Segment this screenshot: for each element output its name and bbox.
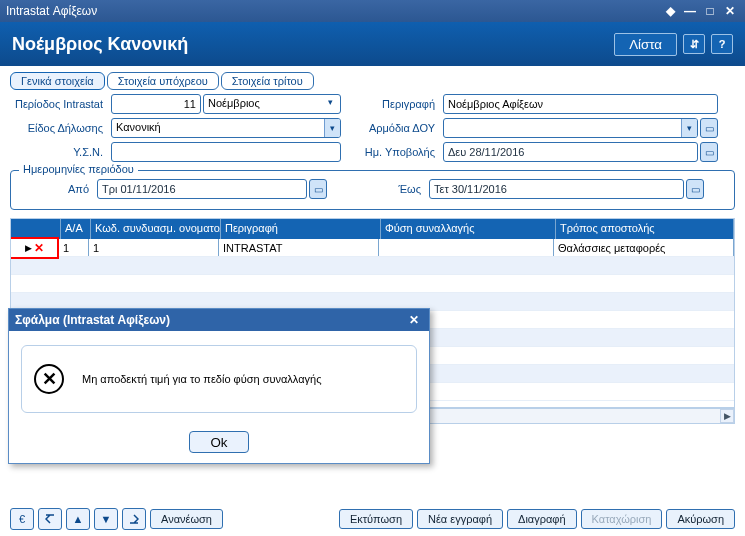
titlebar: Intrastat Αφίξεων ◆ — □ ✕	[0, 0, 745, 22]
period-name-value: Νοέμβριος	[208, 97, 260, 111]
col-header-aa[interactable]: Α/Α	[61, 219, 91, 239]
grid-header: Α/Α Κωδ. συνδυασμ. ονοματολ. Περιγραφή Φ…	[11, 219, 734, 239]
error-dialog: Σφάλμα (Intrastat Αφίξεων) ✕ ✕ Μη αποδεκ…	[8, 308, 430, 464]
footer-toolbar: € ▲ ▼ Ανανέωση Εκτύπωση Νέα εγγραφή Διαγ…	[10, 508, 735, 530]
cell-aa[interactable]: 1	[59, 239, 89, 256]
row-current-icon: ▶	[25, 243, 32, 253]
calendar-icon[interactable]: ▭	[700, 142, 718, 162]
currency-button[interactable]: €	[10, 508, 34, 530]
period-dates-group: Ημερομηνίες περιόδου Από ▭ Έως ▭	[10, 170, 735, 210]
to-date-label: Έως	[333, 183, 423, 195]
cell-desc[interactable]: INTRASTAT	[219, 239, 379, 256]
period-label: Περίοδος Intrastat	[10, 98, 105, 110]
tax-office-combo[interactable]: ▾	[443, 118, 698, 138]
dialog-titlebar: Σφάλμα (Intrastat Αφίξεων) ✕	[9, 309, 429, 331]
declaration-type-combo[interactable]: Κανονική ▾	[111, 118, 341, 138]
chevron-down-icon[interactable]: ▾	[324, 119, 340, 137]
scroll-right-icon[interactable]: ▶	[720, 409, 734, 423]
next-record-button[interactable]: ▼	[94, 508, 118, 530]
calendar-icon[interactable]: ▭	[309, 179, 327, 199]
new-record-button[interactable]: Νέα εγγραφή	[417, 509, 503, 529]
col-header-desc[interactable]: Περιγραφή	[221, 219, 381, 239]
maximize-button[interactable]: □	[701, 3, 719, 19]
error-icon: ✕	[34, 364, 64, 394]
intrastat-window: Intrastat Αφίξεων ◆ — □ ✕ Νοέμβριος Κανο…	[0, 0, 745, 536]
cancel-button[interactable]: Ακύρωση	[666, 509, 735, 529]
description-label: Περιγραφή	[347, 98, 437, 110]
ok-button[interactable]: Ok	[189, 431, 249, 453]
cell-nature[interactable]	[379, 239, 554, 256]
from-date-label: Από	[21, 183, 91, 195]
ysn-label: Υ.Σ.Ν.	[10, 146, 105, 158]
col-header-nature[interactable]: Φύση συναλλαγής	[381, 219, 556, 239]
dialog-message: Μη αποδεκτή τιμή για το πεδίο φύση συναλ…	[82, 373, 321, 385]
table-row[interactable]: ▶ ✕ 1 1 INTRASTAT Θαλάσσιες μεταφορές	[11, 239, 734, 257]
window-title: Intrastat Αφίξεων	[6, 4, 97, 18]
dialog-content: ✕ Μη αποδεκτή τιμή για το πεδίο φύση συν…	[21, 345, 417, 413]
tabs: Γενικά στοιχεία Στοιχεία υπόχρεου Στοιχε…	[10, 72, 735, 90]
ysn-input[interactable]	[111, 142, 341, 162]
row-error-indicator: ▶ ✕	[10, 237, 59, 259]
delete-button[interactable]: Διαγραφή	[507, 509, 577, 529]
subheader: Νοέμβριος Κανονική Λίστα ⇵ ?	[0, 22, 745, 66]
prev-record-button[interactable]: ▲	[66, 508, 90, 530]
tab-obligor[interactable]: Στοιχεία υπόχρεου	[107, 72, 219, 90]
from-date-input[interactable]	[97, 179, 307, 199]
help-button[interactable]: ?	[711, 34, 733, 54]
toggle-icon[interactable]: ⇵	[683, 34, 705, 54]
cell-code[interactable]: 1	[89, 239, 219, 256]
col-header-code[interactable]: Κωδ. συνδυασμ. ονοματολ.	[91, 219, 221, 239]
page-title: Νοέμβριος Κανονική	[12, 34, 188, 55]
period-dates-title: Ημερομηνίες περιόδου	[19, 163, 138, 175]
print-button[interactable]: Εκτύπωση	[339, 509, 413, 529]
col-header-shipping[interactable]: Τρόπος αποστολής	[556, 219, 734, 239]
dialog-title-text: Σφάλμα (Intrastat Αφίξεων)	[15, 313, 170, 327]
tax-office-label: Αρμόδια ΔΟΥ	[347, 122, 437, 134]
minimize-button[interactable]: —	[681, 3, 699, 19]
tab-third-party[interactable]: Στοιχεία τρίτου	[221, 72, 314, 90]
row-error-icon: ✕	[34, 241, 44, 255]
tax-office-value	[444, 119, 681, 137]
form: Περίοδος Intrastat Νοέμβριος ▾ Περιγραφή…	[10, 94, 735, 162]
save-button[interactable]: Καταχώριση	[581, 509, 663, 529]
submit-date-input[interactable]	[443, 142, 698, 162]
refresh-button[interactable]: Ανανέωση	[150, 509, 223, 529]
tax-office-lookup-button[interactable]: ▭	[700, 118, 718, 138]
close-button[interactable]: ✕	[721, 3, 739, 19]
chevron-down-icon[interactable]: ▾	[681, 119, 697, 137]
calendar-icon[interactable]: ▭	[686, 179, 704, 199]
to-date-input[interactable]	[429, 179, 684, 199]
cell-shipping[interactable]: Θαλάσσιες μεταφορές	[554, 239, 734, 256]
period-number-input[interactable]	[111, 94, 201, 114]
description-input[interactable]	[443, 94, 718, 114]
first-record-button[interactable]	[38, 508, 62, 530]
dialog-close-button[interactable]: ✕	[405, 312, 423, 328]
period-name-combo[interactable]: Νοέμβριος ▾	[203, 94, 341, 114]
titlebar-diamond-icon[interactable]: ◆	[661, 3, 679, 19]
tab-general[interactable]: Γενικά στοιχεία	[10, 72, 105, 90]
chevron-down-icon[interactable]: ▾	[322, 97, 338, 111]
declaration-type-label: Είδος Δήλωσης	[10, 122, 105, 134]
last-record-button[interactable]	[122, 508, 146, 530]
list-button[interactable]: Λίστα	[614, 33, 677, 56]
submit-date-label: Ημ. Υποβολής	[347, 146, 437, 158]
declaration-type-value: Κανονική	[112, 119, 324, 137]
